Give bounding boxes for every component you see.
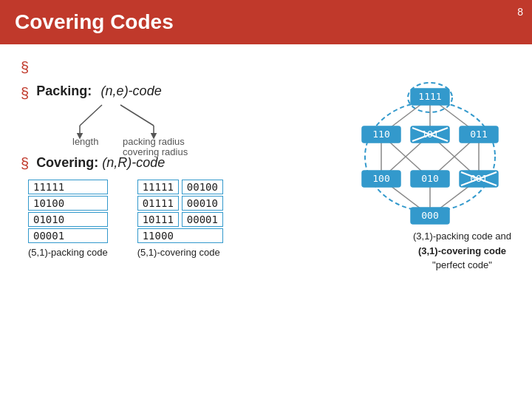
packing-word-3: 01010 [28, 212, 108, 227]
bullet-dot-2: § [21, 85, 29, 102]
node-010: 010 [421, 173, 438, 184]
slide-title: Covering Codes [15, 10, 174, 34]
svg-line-2 [120, 105, 154, 126]
covering-code-label: (5,1)-covering code [137, 247, 223, 258]
covering-radius-label: covering radius [123, 146, 188, 157]
covering-word-2a: 01111 [137, 196, 179, 211]
node-1111: 1111 [418, 91, 441, 102]
graph-svg: 1111 110 101 011 100 010 001 000 [349, 81, 511, 229]
covering-words: 11111 00100 01111 00010 10111 00001 1100… [137, 180, 223, 243]
bullet-dot-1: § [21, 59, 29, 76]
svg-line-0 [80, 105, 102, 126]
node-110: 110 [372, 129, 389, 140]
covering-word-3a: 10111 [137, 212, 179, 227]
covering-word-2b: 00010 [182, 196, 223, 211]
packing-word-4: 00001 [28, 228, 108, 243]
packing-label: Packing: [36, 83, 92, 98]
node-011: 011 [470, 129, 487, 140]
packing-radius-label: packing radius [123, 136, 185, 147]
covering-code-code: (n,R)-code [102, 155, 165, 170]
packing-code-label: (5,1)-packing code [28, 247, 108, 258]
packing-code: (n,e)-code [101, 83, 162, 98]
perfect-note-line1: (3,1)-packing code and [413, 231, 511, 242]
covering-word-1a: 11111 [137, 180, 179, 194]
covering-code-label: Covering: [36, 155, 98, 170]
perfect-note-line3: "perfect code" [432, 259, 492, 270]
covering-word-1b: 00100 [182, 180, 223, 194]
node-100: 100 [372, 173, 389, 184]
bullet-dot-3: § [21, 155, 29, 172]
packing-words: 11111 10100 01010 00001 [28, 180, 108, 243]
node-000: 000 [421, 210, 438, 221]
covering-word-3b: 00001 [182, 212, 223, 227]
packing-word-2: 10100 [28, 196, 108, 211]
arrow-area: length packing radius covering radius [72, 105, 294, 151]
covering-code-block: 11111 00100 01111 00010 10111 00001 1100… [137, 180, 223, 258]
graph-diagram: 1111 110 101 011 100 010 001 000 [349, 81, 511, 229]
slide-number: 8 [517, 6, 523, 18]
packing-word-1: 11111 [28, 180, 108, 194]
perfect-note: (3,1)-packing code and (3,1)-covering co… [413, 229, 511, 273]
perfect-note-line2: (3,1)-covering code [418, 245, 506, 256]
length-label: length [72, 136, 98, 147]
packing-code-block: 11111 10100 01010 00001 (5,1)-packing co… [28, 180, 108, 258]
bullet-covering: § [21, 58, 511, 76]
slide-header: Covering Codes [0, 0, 532, 44]
covering-word-4: 11000 [137, 228, 223, 243]
